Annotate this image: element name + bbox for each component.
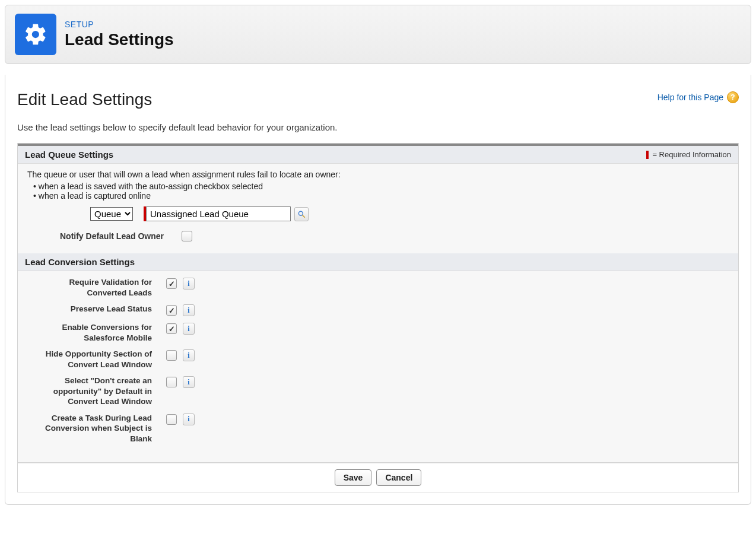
page-description: Use the lead settings below to specify d… [17,122,739,132]
info-icon: i [188,415,189,424]
conversion-controls: i [166,413,195,425]
conversion-row: Hide Opportunity Section of Convert Lead… [27,349,729,370]
info-button[interactable]: i [183,278,195,290]
info-icon: i [188,306,189,315]
info-icon: i [188,279,189,288]
conversion-row: Select "Don't create an opportunity" by … [27,376,729,407]
conversion-controls: i [166,277,195,290]
info-button[interactable]: i [183,304,195,316]
info-icon: i [188,325,189,333]
notify-row: Notify Default Lead Owner [27,231,729,241]
conversion-section-header: Lead Conversion Settings [18,253,738,271]
settings-sections: Lead Queue Settings = Required Informati… [17,143,739,463]
conversion-checkbox[interactable] [166,414,177,425]
conversion-row: Create a Task During Lead Conversion whe… [27,413,729,444]
info-button[interactable]: i [183,414,195,425]
cancel-button[interactable]: Cancel [376,469,421,486]
owner-lookup-button[interactable] [294,207,309,221]
conversion-label: Hide Opportunity Section of Convert Lead… [27,349,166,370]
page-title-row: Edit Lead Settings Help for this Page ? [17,85,739,115]
conversion-row: Preserve Lead Statusi [27,304,729,316]
page-title: Edit Lead Settings [17,90,152,109]
conversion-controls: i [166,322,195,335]
owner-input-container [144,206,291,221]
info-button[interactable]: i [183,376,195,388]
conversion-label: Require Validation for Converted Leads [27,277,166,298]
gear-icon [15,14,56,55]
queue-section-body: The queue or user that will own a lead w… [18,164,738,253]
owner-name-input[interactable] [146,206,291,221]
conversion-controls: i [166,349,195,361]
queue-desc: The queue or user that will own a lead w… [27,170,729,179]
help-link[interactable]: Help for this Page ? [657,91,739,103]
conversion-controls: i [166,304,195,316]
conversion-section-title: Lead Conversion Settings [25,257,135,267]
queue-section-title: Lead Queue Settings [25,150,113,160]
conversion-checkbox[interactable] [166,350,177,361]
info-button[interactable]: i [183,323,195,335]
header-title: Lead Settings [65,30,174,49]
help-icon: ? [727,91,739,103]
search-icon [297,210,306,218]
conversion-label: Preserve Lead Status [27,304,166,314]
queue-owner-row: Queue [90,206,729,221]
notify-label: Notify Default Lead Owner [27,231,164,241]
queue-section-header: Lead Queue Settings = Required Informati… [18,146,738,164]
conversion-controls: i [166,376,195,388]
conversion-label: Create a Task During Lead Conversion whe… [27,413,166,444]
header-text: SETUP Lead Settings [65,20,174,49]
required-legend-text: = Required Information [652,150,731,159]
conversion-checkbox[interactable] [166,305,177,316]
owner-type-select[interactable]: Queue [90,207,133,221]
page-header-card: SETUP Lead Settings [5,5,751,64]
header-eyebrow: SETUP [65,20,174,29]
conversion-checkbox[interactable] [166,278,177,289]
info-icon: i [188,378,189,387]
footer-actions: Save Cancel [17,463,739,492]
svg-line-1 [303,215,305,217]
conversion-checkbox[interactable] [166,323,177,334]
save-button[interactable]: Save [335,469,372,486]
owner-input-wrap [144,206,309,221]
help-link-label: Help for this Page [657,93,723,102]
notify-checkbox[interactable] [182,231,192,241]
main-card: Edit Lead Settings Help for this Page ? … [5,75,751,505]
queue-bullet-1: • when a lead is saved with the auto-ass… [33,182,729,191]
conversion-label: Select "Don't create an opportunity" by … [27,376,166,407]
conversion-row: Require Validation for Converted Leadsi [27,277,729,298]
required-bar-icon [646,151,649,159]
conversion-section-body: Require Validation for Converted LeadsiP… [18,271,738,462]
conversion-checkbox[interactable] [166,377,177,387]
info-button[interactable]: i [183,349,195,361]
conversion-label: Enable Conversions for Salesforce Mobile [27,322,166,343]
queue-bullet-2: • when a lead is captured online [33,191,729,201]
required-legend: = Required Information [646,150,731,159]
conversion-row: Enable Conversions for Salesforce Mobile… [27,322,729,343]
info-icon: i [188,351,189,360]
